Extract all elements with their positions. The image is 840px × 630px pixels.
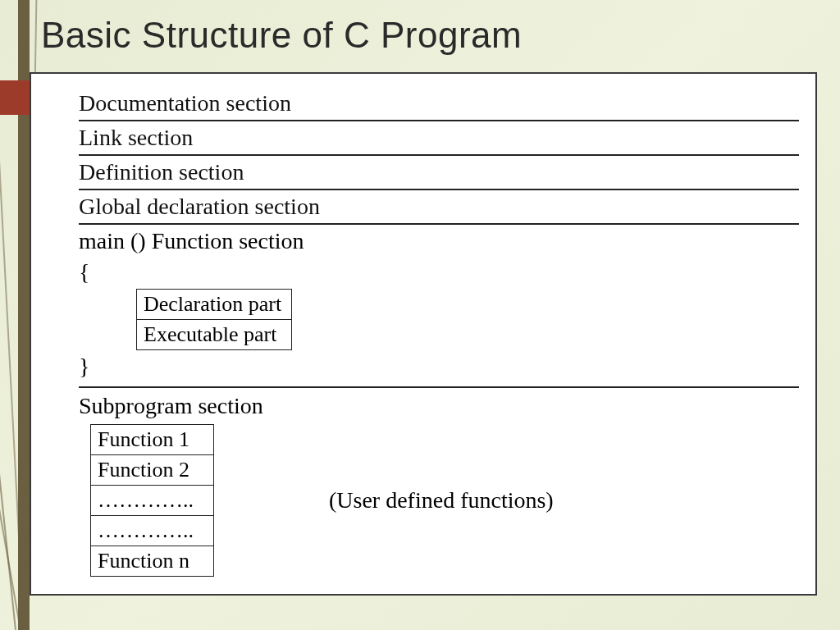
function-n: Function n (91, 546, 214, 577)
user-defined-label: (User defined functions) (329, 487, 554, 514)
function-dots-2: ………….. (91, 516, 214, 546)
close-brace: } (79, 352, 799, 381)
function-dots-1: ………….. (91, 486, 214, 516)
executable-part: Executable part (137, 320, 292, 350)
functions-table: Function 1 Function 2 ………….. ………….. Func… (90, 424, 214, 577)
content-box: Documentation section Link section Defin… (30, 72, 817, 596)
function-1: Function 1 (91, 425, 214, 455)
subprogram-block: Subprogram section Function 1 Function 2… (79, 388, 799, 577)
main-parts-table: Declaration part Executable part (136, 289, 292, 350)
section-link: Link section (79, 121, 799, 156)
open-brace: { (79, 258, 799, 287)
section-documentation: Documentation section (79, 87, 799, 121)
function-2: Function 2 (91, 455, 214, 486)
declaration-part: Declaration part (137, 290, 292, 320)
slide-title: Basic Structure of C Program (41, 15, 522, 56)
section-definition: Definition section (79, 156, 799, 190)
main-label: main () Function section (79, 225, 799, 258)
subprogram-label: Subprogram section (79, 393, 799, 424)
main-function-block: main () Function section { Declaration p… (79, 225, 799, 388)
section-global: Global declaration section (79, 190, 799, 225)
